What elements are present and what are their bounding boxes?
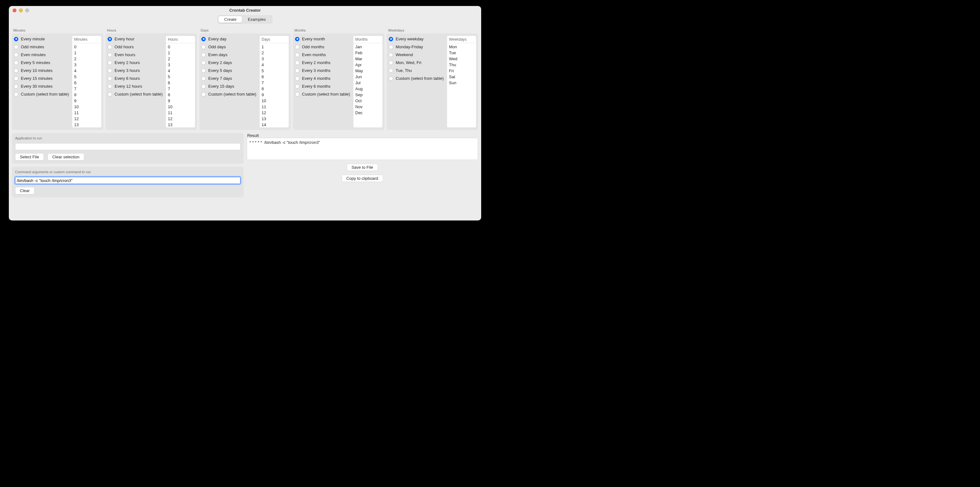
minutes-radio-option[interactable]: Every 15 minutes — [14, 76, 71, 81]
list-item[interactable]: 8 — [260, 86, 289, 92]
hours-radio-option[interactable]: Every hour — [108, 36, 165, 41]
list-item[interactable]: Jun — [353, 74, 382, 80]
list-item[interactable]: 9 — [260, 92, 289, 98]
days-radio-option[interactable]: Custom (select from table) — [201, 92, 258, 97]
list-item[interactable]: Wed — [447, 56, 476, 62]
weekdays-radio-option[interactable]: Monday-Friday — [389, 44, 446, 49]
result-output[interactable]: * * * * * /bin/bash -c "touch /tmp/cron3… — [247, 138, 478, 160]
days-radio-option[interactable]: Every day — [201, 36, 258, 41]
tab-create[interactable]: Create — [218, 16, 242, 23]
list-item[interactable]: 3 — [72, 62, 101, 68]
list-item[interactable]: Mon — [447, 44, 476, 50]
list-item[interactable]: 5 — [166, 74, 195, 80]
minutes-radio-option[interactable]: Every 30 minutes — [14, 84, 71, 89]
months-listbox[interactable]: Months JanFebMarAprMayJunJulAugSepOctNov… — [353, 36, 382, 127]
minimize-icon[interactable] — [19, 8, 23, 12]
list-item[interactable]: 13 — [260, 116, 289, 122]
list-item[interactable]: Sun — [447, 80, 476, 86]
list-item[interactable]: 4 — [72, 68, 101, 74]
command-input[interactable] — [15, 177, 240, 184]
minutes-radio-option[interactable]: Custom (select from table) — [14, 92, 71, 97]
list-item[interactable]: Sep — [353, 92, 382, 98]
list-item[interactable]: 4 — [166, 68, 195, 74]
list-item[interactable]: Aug — [353, 86, 382, 92]
list-item[interactable]: 7 — [166, 86, 195, 92]
hours-radio-option[interactable]: Even hours — [108, 52, 165, 57]
hours-radio-option[interactable]: Every 3 hours — [108, 68, 165, 73]
hours-radio-option[interactable]: Odd hours — [108, 44, 165, 49]
list-item[interactable]: 3 — [260, 56, 289, 62]
list-item[interactable]: 8 — [72, 92, 101, 98]
list-item[interactable]: Jul — [353, 80, 382, 86]
list-item[interactable]: 13 — [72, 122, 101, 127]
days-radio-option[interactable]: Every 5 days — [201, 68, 258, 73]
weekdays-radio-option[interactable]: Every weekday — [389, 36, 446, 41]
tab-examples[interactable]: Examples — [242, 16, 271, 23]
list-item[interactable]: 1 — [260, 44, 289, 50]
list-item[interactable]: May — [353, 68, 382, 74]
zoom-icon[interactable] — [25, 8, 29, 12]
list-item[interactable]: 2 — [166, 56, 195, 62]
list-item[interactable]: 5 — [72, 74, 101, 80]
list-item[interactable]: 11 — [166, 110, 195, 116]
list-item[interactable]: 0 — [72, 44, 101, 50]
list-item[interactable]: Thu — [447, 62, 476, 68]
months-radio-option[interactable]: Every 3 months — [295, 68, 352, 73]
close-icon[interactable] — [13, 8, 16, 12]
hours-radio-option[interactable]: Every 12 hours — [108, 84, 165, 89]
list-item[interactable]: 2 — [72, 56, 101, 62]
list-item[interactable]: 6 — [260, 74, 289, 80]
weekdays-radio-option[interactable]: Mon, Wed, Fri — [389, 60, 446, 65]
months-radio-option[interactable]: Every 6 months — [295, 84, 352, 89]
list-item[interactable]: 5 — [260, 68, 289, 74]
days-radio-option[interactable]: Even days — [201, 52, 258, 57]
application-input[interactable] — [15, 143, 240, 150]
months-radio-option[interactable]: Every 2 months — [295, 60, 352, 65]
months-radio-option[interactable]: Custom (select from table) — [295, 92, 352, 97]
list-item[interactable]: 3 — [166, 62, 195, 68]
list-item[interactable]: 11 — [260, 104, 289, 110]
list-item[interactable]: Oct — [353, 98, 382, 104]
minutes-radio-option[interactable]: Every 10 minutes — [14, 68, 71, 73]
list-item[interactable]: Fri — [447, 68, 476, 74]
clear-selection-button[interactable]: Clear selection — [48, 153, 84, 160]
months-radio-option[interactable]: Even months — [295, 52, 352, 57]
list-item[interactable]: 7 — [72, 86, 101, 92]
list-item[interactable]: 0 — [166, 44, 195, 50]
clear-command-button[interactable]: Clear — [15, 187, 34, 194]
list-item[interactable]: 12 — [72, 116, 101, 122]
weekdays-radio-option[interactable]: Tue, Thu — [389, 68, 446, 73]
minutes-radio-option[interactable]: Odd minutes — [14, 44, 71, 49]
hours-radio-option[interactable]: Every 6 hours — [108, 76, 165, 81]
minutes-radio-option[interactable]: Every 5 minutes — [14, 60, 71, 65]
list-item[interactable]: 10 — [260, 98, 289, 104]
list-item[interactable]: 11 — [72, 110, 101, 116]
minutes-listbox[interactable]: Minutes 012345678910111213 — [72, 36, 101, 127]
days-radio-option[interactable]: Odd days — [201, 44, 258, 49]
weekdays-radio-option[interactable]: Custom (select from table) — [389, 76, 446, 81]
list-item[interactable]: Feb — [353, 50, 382, 56]
list-item[interactable]: 7 — [260, 80, 289, 86]
list-item[interactable]: Jan — [353, 44, 382, 50]
hours-radio-option[interactable]: Custom (select from table) — [108, 92, 165, 97]
list-item[interactable]: Sat — [447, 74, 476, 80]
hours-radio-option[interactable]: Every 2 hours — [108, 60, 165, 65]
minutes-radio-option[interactable]: Even minutes — [14, 52, 71, 57]
list-item[interactable]: 6 — [72, 80, 101, 86]
list-item[interactable]: Apr — [353, 62, 382, 68]
save-to-file-button[interactable]: Save to File — [347, 164, 378, 171]
days-radio-option[interactable]: Every 2 days — [201, 60, 258, 65]
list-item[interactable]: Nov — [353, 104, 382, 110]
minutes-radio-option[interactable]: Every minute — [14, 36, 71, 41]
months-radio-option[interactable]: Every month — [295, 36, 352, 41]
list-item[interactable]: 10 — [166, 104, 195, 110]
copy-to-clipboard-button[interactable]: Copy to clipboard — [342, 175, 383, 182]
list-item[interactable]: 9 — [166, 98, 195, 104]
list-item[interactable]: 13 — [166, 122, 195, 127]
list-item[interactable]: 8 — [166, 92, 195, 98]
list-item[interactable]: 12 — [166, 116, 195, 122]
list-item[interactable]: 6 — [166, 80, 195, 86]
list-item[interactable]: Dec — [353, 110, 382, 116]
weekdays-listbox[interactable]: Weekdays MonTueWedThuFriSatSun — [447, 36, 476, 127]
list-item[interactable]: 1 — [166, 50, 195, 56]
